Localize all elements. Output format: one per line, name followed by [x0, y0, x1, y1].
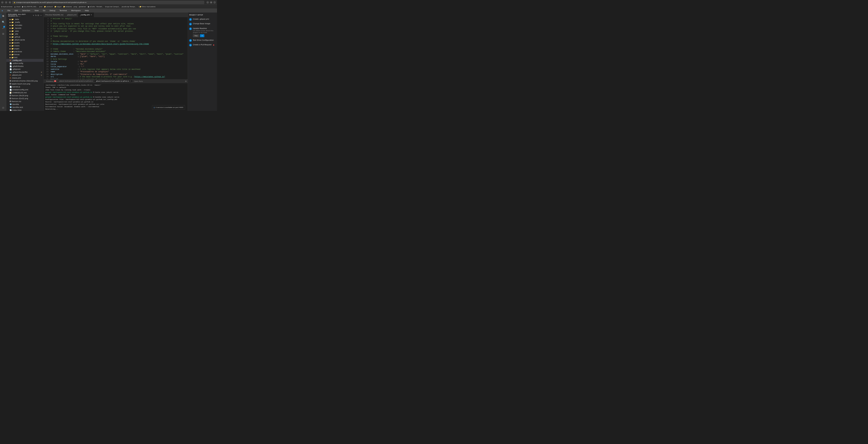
- tree-item-pages[interactable]: ▶ 📁pages: [6, 47, 44, 50]
- editor-content[interactable]: 1234567891011121314151617181920212223242…: [44, 17, 188, 79]
- terminal-expand-btn[interactable]: ⊟: [185, 80, 187, 82]
- tree-item--data[interactable]: ▶ 📁_data: [6, 18, 44, 21]
- tree-item--gitpod-dockerfile[interactable]: 🐳.gitpod.DockerfileU: [6, 71, 44, 73]
- tree-item-assets[interactable]: ▶ 📁assets: [6, 41, 44, 44]
- back-button[interactable]: ←: [1, 1, 4, 4]
- tree-item-index-html[interactable]: 📄index.html: [6, 109, 44, 111]
- terminal-tab-gitpod1[interactable]: gitpod /workspace/ull-esit-gradoii-pl.gi…: [58, 80, 94, 82]
- bookmark-js-tempe[interactable]: JavaScript Tempe...: [122, 6, 136, 7]
- menu-btn[interactable]: ⋮: [213, 1, 216, 4]
- menu-help[interactable]: Help: [84, 9, 90, 12]
- step-label[interactable]: Create a Pull-Request: [193, 44, 212, 46]
- tree-item-android-chrome-192x192-png[interactable]: 🖼android-chrome-192x192.png: [6, 80, 44, 82]
- skip-button[interactable]: Skip: [193, 34, 199, 37]
- tree-item--travis-yml[interactable]: ⚙.travis.yml: [6, 76, 44, 80]
- bookmark-edures[interactable]: 📁 edu&res: [63, 6, 72, 7]
- tree-item-banner-js[interactable]: 📄banner.js: [6, 85, 44, 88]
- tree-item--gitignore[interactable]: 📄.gitignore: [6, 68, 44, 71]
- tree-item-favicon-32x32-png[interactable]: 🖼favicon-32x32.png: [6, 97, 44, 100]
- terminal-tab-problems[interactable]: Problems 4: [45, 80, 58, 82]
- tree-item-gemfile-lock[interactable]: 💎Gemfile.lock: [6, 106, 44, 109]
- bookmark-star[interactable]: ☆: [206, 1, 209, 4]
- bookmark-gestetner[interactable]: gestetner: [79, 6, 86, 7]
- reload-button[interactable]: ↻: [8, 1, 11, 4]
- code-line: darks : ["plum", "dark", "ull"]: [51, 55, 188, 58]
- tree-item--includes[interactable]: ▶ 📁_includes: [6, 24, 44, 27]
- tree-item--github[interactable]: ▶ 📁.github: [6, 35, 44, 38]
- tree-item-favicon-ico[interactable]: 🖼favicon.ico: [6, 100, 44, 103]
- tree-item-browserconfig-xml[interactable]: 📄browserconfig.xml: [6, 88, 44, 91]
- code-lines[interactable]: # Welcome to Jekyll!## This config file …: [50, 17, 188, 79]
- bookmark-grupo[interactable]: Grupo de Comput...: [105, 6, 120, 7]
- url-bar[interactable]: 🔒 orange-marsupial-6qwqkh5z.ws-eu03.gitp…: [12, 1, 204, 4]
- activity-search[interactable]: 🔍: [1, 20, 6, 24]
- tree-item--gitpod-yml[interactable]: ⚙.gitpod.ymlU: [6, 73, 44, 76]
- tree-item--drafts[interactable]: ▶ 📁_drafts: [6, 21, 44, 24]
- collapse-btn[interactable]: ⊟: [38, 14, 39, 16]
- tree-item--sass[interactable]: ▶ 📁_sass: [6, 30, 44, 33]
- tree-label: clases: [14, 45, 20, 47]
- refresh-btn[interactable]: ↻: [35, 14, 37, 16]
- bookmark-ull-esit[interactable]: ● ULL-ESIT-PL-192...: [22, 6, 38, 7]
- bookmark-cloud[interactable]: ☁ cloud: [14, 6, 20, 7]
- bookmark-aplicaciones[interactable]: ⊞ Aplicaciones: [1, 6, 12, 7]
- menu-debug[interactable]: Debug: [49, 9, 56, 12]
- forward-button[interactable]: →: [5, 1, 7, 4]
- tree-item--jekyll-cache[interactable]: ▶ 📁.jekyll-cache: [6, 38, 44, 41]
- menu-terminal[interactable]: Terminal: [59, 9, 67, 12]
- terminal-tab-ports[interactable]: Open Ports: [133, 80, 144, 82]
- step-number: 4: [189, 39, 192, 42]
- file-icon: 💎: [9, 106, 12, 108]
- menu-selection[interactable]: Selection: [21, 9, 31, 12]
- step-label[interactable]: Change Base Image: [193, 23, 210, 25]
- tree-label: .gitignore: [12, 68, 21, 70]
- menu-file[interactable]: File: [7, 9, 11, 12]
- tree-item-changelog-md[interactable]: 📝CHANGELOG.md: [6, 91, 44, 94]
- bookmark-ecivilis[interactable]: ● eCivilis - Portafir...: [88, 6, 103, 7]
- activity-files[interactable]: ⧉: [1, 13, 6, 19]
- file-icon: ▶ 📁: [9, 33, 13, 35]
- extensions-btn[interactable]: ⊞: [210, 1, 213, 4]
- menu-edit[interactable]: Edit: [14, 9, 19, 12]
- code-line: minimal_mistakes_skin : "dark" # "defaul…: [51, 53, 188, 56]
- bookmark-otros[interactable]: » 📁 Otros marcadores: [138, 6, 156, 7]
- step-label[interactable]: Update Readme: [193, 27, 216, 30]
- tree-item-gemfile[interactable]: 💎Gemfile: [6, 103, 44, 106]
- new-file-btn[interactable]: +: [33, 14, 34, 16]
- tree-item--gitattributes[interactable]: 📄.gitattributes: [6, 65, 44, 68]
- terminal-close-icon[interactable]: ✕: [130, 80, 131, 82]
- tree-item--layouts[interactable]: ▶ 📁_layouts: [6, 27, 44, 30]
- tree-item-test[interactable]: ▶ 📁test: [6, 56, 44, 59]
- more-actions-btn[interactable]: ⋯: [40, 14, 42, 16]
- bookmark-prog[interactable]: prog: [73, 6, 77, 7]
- tree-label: favicon-16x16.png: [12, 95, 28, 97]
- tab--config-yml[interactable]: _config.yml✕: [79, 12, 94, 17]
- tree-item--editorconfig[interactable]: 📄.editorconfig: [6, 62, 44, 65]
- activity-extensions[interactable]: ⊞: [1, 31, 6, 36]
- terminal-tab-gitpod2[interactable]: gitpod /workspace/ull-esit-gradoii-pl.gi…: [95, 80, 132, 82]
- tree-item-temas[interactable]: ▶ 📁temas: [6, 53, 44, 56]
- action-button[interactable]: U: [200, 34, 204, 37]
- tree-item-clases[interactable]: ▶ 📁clases: [6, 44, 44, 47]
- bookmark-producti[interactable]: 📁 producti: [44, 6, 53, 7]
- menu-go[interactable]: Go: [42, 9, 46, 12]
- bookmark-prsn[interactable]: prsn: [39, 6, 43, 7]
- menu-view[interactable]: View: [34, 9, 39, 12]
- file-icon: 📝: [9, 92, 12, 94]
- bookmark-seguri[interactable]: 📁 seguri: [54, 6, 62, 7]
- step-label[interactable]: Create .gitpod.yml: [193, 18, 209, 20]
- tree-item-favicon-16x16-png[interactable]: 🖼favicon-16x16.png: [6, 94, 44, 97]
- tree-item-practicas[interactable]: ▶ 📁practicas: [6, 50, 44, 53]
- tab-preview-readme-md[interactable]: Preview README.md: [44, 12, 65, 17]
- menu-workspace[interactable]: Workspace: [70, 9, 82, 12]
- tree-item-apple-touch-icon-png[interactable]: 🖼apple-touch-icon.png: [6, 82, 44, 85]
- file-icon: 📄: [9, 109, 12, 111]
- tree-item--config-yml[interactable]: ⚙_config.yml: [6, 59, 44, 62]
- activity-source-control[interactable]: ⎇ 2: [1, 25, 6, 30]
- tab--gitpod-yml[interactable]: .gitpod.yml: [65, 12, 78, 17]
- step-label[interactable]: Test Drive Configuration: [193, 39, 214, 41]
- file-icon: 🐳: [9, 71, 12, 73]
- tab-close-icon[interactable]: ✕: [91, 14, 92, 16]
- activity-remote[interactable]: ◎: [1, 105, 6, 110]
- tree-item--site[interactable]: ▶ 📁_site: [6, 33, 44, 35]
